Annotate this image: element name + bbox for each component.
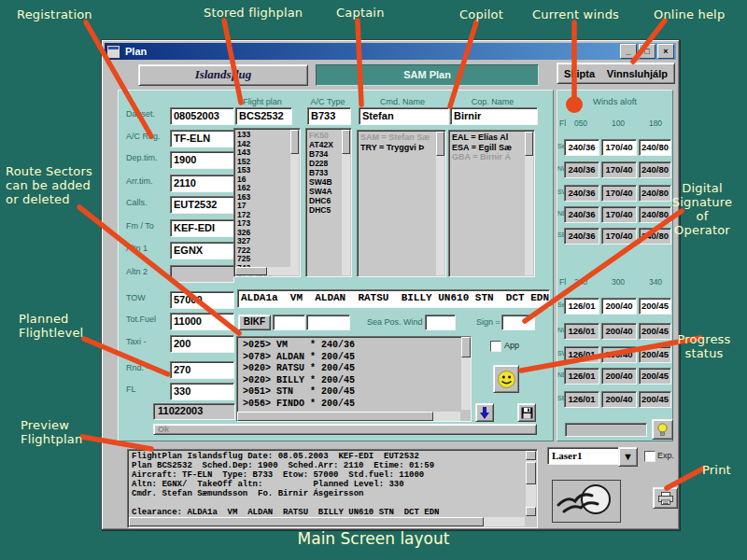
annotation-online-help: Online help	[654, 7, 725, 21]
t1-row-label-ne: NE	[557, 210, 564, 217]
sector-vscrollbar[interactable]	[461, 337, 471, 410]
help-button[interactable]: Vinnsluhjálp	[607, 68, 668, 79]
actype-list[interactable]: FK50 AT42X B734 D228 B733 SW4B SW4A DHC6…	[305, 128, 352, 277]
app-checkbox[interactable]	[490, 341, 501, 352]
flightplan-combo[interactable]: BCS2532	[235, 107, 292, 125]
cop-name-list[interactable]: EAL = Elías Al ESA = Egill Sæ GBA = Birn…	[448, 130, 535, 277]
t1-ne-050: 240/36	[564, 206, 599, 223]
altn1-field[interactable]: EGNX	[170, 242, 234, 259]
flightplan-list[interactable]: 133 142 143 152 153 16 162 163 17 172 17…	[233, 128, 301, 277]
t2-row-label-set: Set	[557, 301, 564, 308]
ac-reg-field[interactable]: TF-ELN	[170, 130, 234, 147]
bikf-button[interactable]: BIKF	[238, 315, 271, 330]
flightplan-vscrollbar[interactable]	[290, 130, 299, 275]
t1-row-label-se: SE	[557, 231, 564, 238]
route-field[interactable]: ALDA1a VM ALDAN RATSU BILLY UN610 STN DC…	[237, 289, 550, 308]
t1-row-label-nw: NW	[557, 165, 564, 172]
t1-set-050[interactable]: 240/36	[564, 139, 599, 156]
pos-input-1[interactable]	[273, 315, 305, 330]
window-title: Plan	[125, 46, 620, 57]
pos-input-2[interactable]	[306, 315, 350, 330]
flight-level-field[interactable]: 330	[170, 383, 234, 400]
t2-ne-340: 200/45	[639, 368, 671, 385]
sea-pos-wind-input[interactable]	[425, 315, 456, 330]
titlebar[interactable]: Plan _ □ ×	[105, 43, 676, 60]
callsign-field[interactable]: EUT2532	[170, 196, 234, 214]
save-button[interactable]	[517, 403, 536, 422]
flightplan-preview[interactable]: FlightPlan Islandsflug Date: 08.05.2003 …	[127, 449, 538, 528]
sea-pos-wind-label: Sea Pos. Wind	[367, 317, 423, 327]
close-button[interactable]: ×	[657, 44, 674, 59]
from-to-field[interactable]: KEF-EDI	[170, 219, 234, 237]
actype-vscrollbar[interactable]	[342, 130, 350, 275]
t1-ne-100: 170/40	[601, 206, 637, 223]
cmd-list-items[interactable]: TRY = Tryggvi Þ	[360, 143, 445, 153]
menu-buttons: Skipta Vinnsluhjálp	[557, 63, 675, 84]
flightplan-hscrollbar[interactable]	[235, 267, 299, 275]
cop-name-header: Cop. Name	[450, 97, 535, 106]
t1-row-label-set: Set	[557, 143, 564, 149]
cop-list-items[interactable]: EAL = Elías Al ESA = Egill Sæ	[452, 133, 534, 152]
lightbulb-button[interactable]	[652, 419, 673, 440]
annotation-registration: Registration	[17, 7, 92, 21]
actype-header: A/C Type	[307, 97, 348, 106]
preview-hscrollbar[interactable]	[129, 517, 525, 526]
t2-col-300: 300	[601, 277, 635, 287]
field-label-callsign: Calls.	[126, 198, 169, 207]
t2-set-340[interactable]: 200/45	[639, 298, 671, 315]
smiley-face-icon	[498, 371, 515, 388]
cop-name-field[interactable]: Birnir Ásgeirsson	[450, 107, 538, 125]
print-button[interactable]	[653, 487, 678, 509]
t2-set-240[interactable]: 126/01	[564, 298, 599, 315]
route-sector-list[interactable]: >025> VM * 240/36 >078> ALDAN * 200/45 >…	[236, 336, 472, 422]
t1-nw-180: 240/80	[639, 161, 671, 178]
t2-se-300: 200/40	[601, 391, 637, 408]
lightbulb-icon	[656, 423, 669, 437]
taxi-field[interactable]: 200	[170, 335, 234, 353]
field-label-altn2: Altn 2	[126, 267, 169, 276]
altn2-field[interactable]	[170, 265, 234, 283]
t1-nw-100: 170/40	[601, 161, 637, 178]
field-label-from-to: Fm / To	[126, 221, 169, 231]
cop-vscrollbar[interactable]	[525, 132, 533, 275]
smiley-progress-button[interactable]	[493, 365, 519, 393]
date-field[interactable]: 08052003	[170, 107, 234, 125]
cmd-list-ghost: SAM = Stefan Sæ	[360, 133, 445, 143]
t2-se-340: 200/45	[639, 391, 671, 408]
arr-time-field[interactable]: 2110	[170, 175, 234, 192]
field-label-altn1: Altn 1	[126, 244, 169, 253]
tow-field[interactable]: 57000	[170, 291, 234, 309]
printer-select[interactable]: Laser1	[547, 447, 620, 465]
winds-aloft-title: Winds aloft	[557, 96, 672, 106]
company-button[interactable]: Islandsflug	[138, 64, 308, 86]
printer-icon	[658, 492, 673, 505]
rnd-field[interactable]: 270	[170, 361, 234, 379]
preview-vscrollbar[interactable]	[526, 451, 536, 516]
t1-set-180[interactable]: 240/80	[639, 139, 671, 156]
maximize-button[interactable]: □	[639, 44, 655, 59]
move-down-button[interactable]	[475, 403, 494, 422]
progress-bar	[565, 423, 647, 437]
t2-sw-240: 126/01	[564, 346, 599, 363]
tot-fuel-field[interactable]: 11000	[170, 313, 234, 330]
t2-nw-240: 126/01	[564, 323, 599, 340]
exp-checkbox[interactable]	[644, 451, 655, 462]
actype-combo[interactable]: B733	[307, 107, 351, 125]
sector-hscrollbar[interactable]	[237, 412, 460, 421]
printer-dropdown-button[interactable]: ▼	[618, 447, 638, 467]
annotation-digital-signature: Digital Signature of Operator	[663, 181, 741, 237]
t1-col-100: 100	[601, 119, 635, 128]
minimize-button[interactable]: _	[620, 44, 637, 59]
t1-set-100[interactable]: 170/40	[601, 139, 637, 156]
field-label-tot-fuel: Tot.Fuel	[126, 315, 169, 324]
cmd-name-list[interactable]: SAM = Stefan Sæ TRY = Tryggvi Þ	[357, 130, 446, 277]
cmd-vscrollbar[interactable]	[436, 132, 444, 275]
sign-input[interactable]	[501, 315, 535, 330]
flightplan-header: Flight plan	[235, 97, 289, 106]
t2-set-300[interactable]: 200/40	[601, 298, 637, 315]
annotation-stored-flightplan: Stored flighplan	[204, 6, 303, 20]
switch-button[interactable]: Skipta	[564, 68, 595, 79]
cmd-name-field[interactable]: Stefan Sæmundss	[359, 107, 449, 125]
main-form-panel: Dagset. 08052003 A/C Reg. TF-ELN Dep.tim…	[118, 90, 554, 441]
dep-time-field[interactable]: 1900	[170, 151, 234, 169]
